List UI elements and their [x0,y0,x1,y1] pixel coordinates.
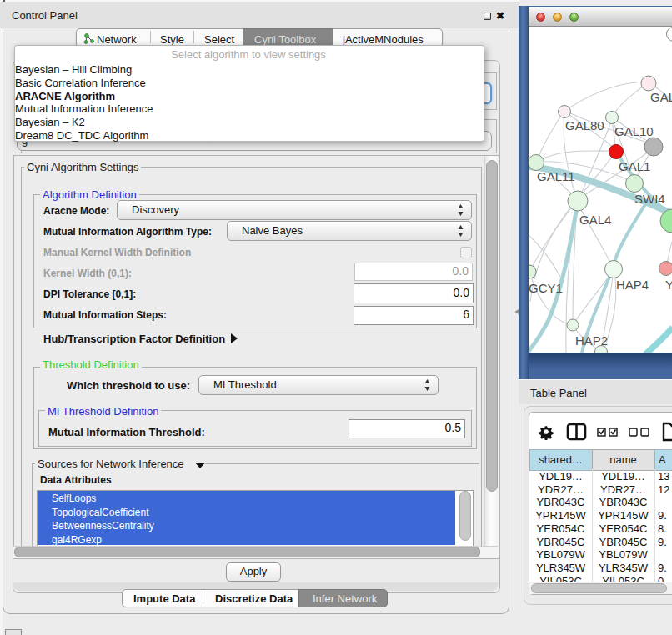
svg-text:GAL11: GAL11 [537,169,575,183]
svg-text:GAL1: GAL1 [619,159,650,173]
svg-text:HAP2: HAP2 [575,333,608,348]
svg-text:GAL2: GAL2 [650,90,672,104]
svg-text:GCY1: GCY1 [529,281,563,295]
svg-text:HAP4: HAP4 [616,278,649,292]
svg-text:GAL80: GAL80 [565,118,604,132]
svg-text:GAL4: GAL4 [579,212,611,227]
svg-text:SWI4: SWI4 [634,192,665,206]
svg-text:Y: Y [665,278,672,292]
svg-text:GAL10: GAL10 [614,124,654,138]
